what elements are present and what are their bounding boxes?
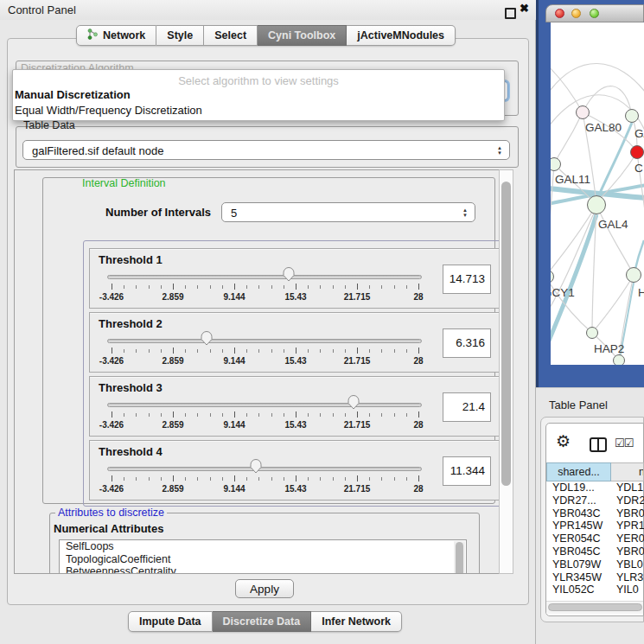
slider-tick: [369, 477, 370, 481]
slider-track[interactable]: [107, 467, 422, 471]
slider-tick: [284, 477, 284, 481]
close-icon[interactable]: ✖: [520, 2, 529, 15]
slider-tick: [308, 285, 309, 289]
table-data-group-title: Table Data: [21, 120, 78, 131]
attribute-list-item[interactable]: SelfLoops: [60, 540, 466, 553]
threshold-value-field[interactable]: 14.713: [443, 265, 491, 294]
table-row[interactable]: YDR27...YDR2: [546, 494, 644, 507]
slider-tick: [406, 285, 407, 289]
slider-tick: [124, 285, 124, 289]
zoom-traffic-light-icon[interactable]: [590, 9, 599, 18]
slider-tick: [210, 477, 211, 481]
slider-tick-label: -3.426: [92, 292, 131, 302]
tab-style[interactable]: Style: [156, 25, 204, 46]
minimize-traffic-light-icon[interactable]: [571, 9, 581, 18]
slider-tick: [357, 348, 358, 354]
slider-tick: [284, 349, 284, 353]
close-traffic-light-icon[interactable]: [555, 9, 564, 18]
slider-track[interactable]: [107, 403, 422, 407]
network-node[interactable]: [576, 105, 590, 119]
table-row[interactable]: YBL079WYBL0: [546, 558, 644, 571]
tab-label: Style: [167, 29, 193, 41]
slider-tick-label: 15.43: [277, 420, 315, 430]
network-node[interactable]: [626, 267, 641, 283]
slider-thumb[interactable]: [283, 267, 295, 282]
control-panel-titlebar: Control Panel ✖: [0, 0, 536, 20]
slider-tick: [124, 413, 124, 417]
tab-jactivemnodules[interactable]: jActiveMNodules: [347, 25, 456, 46]
table-row[interactable]: YBR043CYBR0: [546, 507, 644, 520]
network-view-canvas[interactable]: GAL80GACGAL11GAL4GCY1HHAP2: [551, 22, 644, 365]
threshold-value-field[interactable]: 6.316: [443, 328, 491, 358]
network-node[interactable]: [586, 327, 598, 339]
table-row[interactable]: YIL052CYIL0: [546, 583, 644, 596]
table-row[interactable]: YLR345WYLR3: [546, 571, 644, 584]
tab-cyni-toolbox[interactable]: Cyni Toolbox: [258, 25, 347, 46]
network-node[interactable]: [630, 145, 644, 159]
table-data-combobox[interactable]: galFiltered.sif default node ▲▼: [22, 140, 510, 160]
tab-infer-network[interactable]: Infer Network: [311, 611, 402, 632]
threshold-name: Threshold 1: [99, 253, 163, 266]
table-row[interactable]: YBR045CYBR0: [546, 545, 644, 558]
cell-name: YBR0: [611, 545, 644, 558]
slider-tick-label: -3.426: [92, 356, 131, 366]
network-node[interactable]: [587, 195, 606, 214]
threshold-value-field[interactable]: 21.4: [443, 392, 491, 422]
settings-scrollbar-thumb[interactable]: [501, 182, 511, 486]
attribute-list-scrollbar[interactable]: [454, 541, 465, 574]
table-row[interactable]: YPR145WYPR1: [546, 520, 644, 532]
tab-select[interactable]: Select: [204, 25, 258, 46]
table-scrollbar-thumb[interactable]: [548, 603, 642, 611]
select-columns-checkboxes-icon[interactable]: ☑☑: [615, 437, 633, 450]
slider-tick: [418, 411, 419, 418]
slider-tick: [246, 285, 247, 289]
gear-icon[interactable]: ⚙: [556, 433, 571, 450]
cell-shared-name: YDL19...: [546, 481, 611, 494]
threshold-value-field[interactable]: 11.344: [443, 456, 491, 486]
number-of-intervals-combobox[interactable]: 5 ▲▼: [221, 202, 475, 222]
slider-tick-label: 9.144: [215, 484, 253, 494]
slider-tick-label: 9.144: [215, 420, 253, 430]
popup-option-equal-width-frequency[interactable]: Equal Width/Frequency Discretization: [13, 103, 504, 118]
slider-track[interactable]: [107, 339, 422, 343]
network-window-titlebar[interactable]: [545, 4, 644, 22]
float-window-icon[interactable]: [505, 8, 516, 19]
slider-tick: [308, 477, 309, 481]
apply-button[interactable]: Apply: [235, 579, 294, 598]
table-row[interactable]: YER054CYER0: [546, 532, 644, 545]
cell-shared-name: YIL052C: [546, 583, 611, 596]
table-row[interactable]: YDL19...YDL1: [546, 481, 644, 494]
network-node[interactable]: [625, 109, 639, 123]
slider-tick: [381, 413, 382, 417]
slider-tick: [284, 413, 284, 417]
interval-definition-group: Interval Definition Number of Intervals …: [42, 177, 495, 504]
column-header-shared-name[interactable]: shared...: [546, 462, 611, 481]
number-of-intervals-value: 5: [231, 206, 237, 219]
attribute-list-item[interactable]: BetweennessCentrality: [60, 565, 466, 574]
panel-title: Control Panel: [8, 3, 76, 16]
slider-tick: [161, 413, 162, 417]
scrollbar-thumb[interactable]: [456, 542, 463, 574]
slider-tick-label: 21.715: [338, 420, 376, 430]
network-node-label: GAL4: [598, 218, 628, 231]
slider-tick: [161, 349, 162, 353]
combobox-spinner-icon: ▲▼: [462, 207, 468, 218]
slider-tick: [394, 349, 395, 353]
tab-label: Network: [103, 29, 145, 41]
network-node[interactable]: [613, 354, 625, 365]
attribute-list-item[interactable]: TopologicalCoefficient: [60, 553, 466, 566]
slider-tick: [173, 284, 174, 290]
table-columns-icon[interactable]: [590, 437, 607, 452]
slider-track[interactable]: [107, 275, 422, 279]
tab-network[interactable]: Network: [76, 25, 156, 46]
slider-thumb[interactable]: [348, 395, 360, 410]
slider-thumb[interactable]: [250, 459, 262, 474]
tab-impute-data[interactable]: Impute Data: [128, 611, 213, 632]
popup-option-manual-discretization[interactable]: Manual Discretization: [13, 87, 504, 103]
slider-thumb[interactable]: [201, 331, 213, 346]
column-header-name[interactable]: na: [611, 462, 644, 481]
tab-discretize-data[interactable]: Discretize Data: [213, 611, 312, 632]
control-panel-window: Control Panel ✖ Network Style Select Cyn…: [0, 0, 536, 644]
slider-tick: [149, 349, 150, 353]
cell-name: YER0: [611, 532, 644, 545]
